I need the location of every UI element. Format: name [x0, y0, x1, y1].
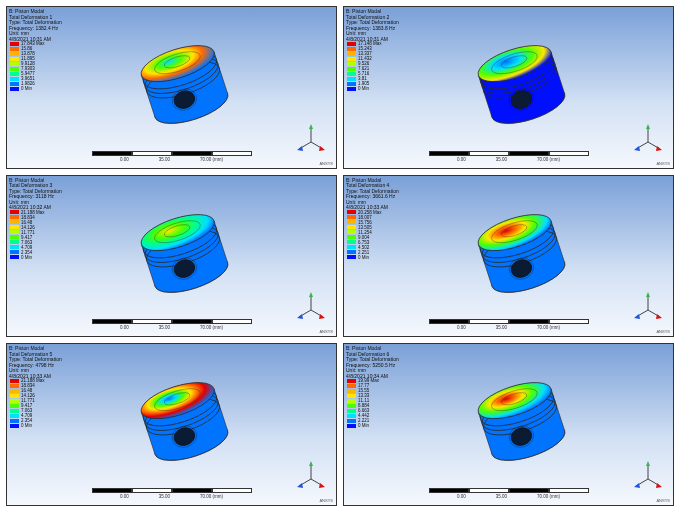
- panel-header-text: B: Piston Modal Total Deformation 1 Type…: [9, 9, 62, 42]
- legend-color-box: [10, 52, 19, 56]
- piston-model: [127, 369, 242, 474]
- simulation-panel: B: Piston Modal Total Deformation 6 Type…: [343, 343, 674, 506]
- legend-color-box: [10, 409, 19, 413]
- scale-segment: [172, 151, 212, 156]
- legend-color-box: [347, 389, 356, 393]
- scale-segment: [429, 151, 469, 156]
- scale-segment: [172, 488, 212, 493]
- scale-segment: [212, 319, 252, 324]
- scale-bar: 0.0035.0070.00 (mm): [92, 488, 252, 499]
- scale-bar: 0.0035.0070.00 (mm): [429, 151, 589, 162]
- scale-segment: [549, 319, 589, 324]
- simulation-panel: B: Piston Modal Total Deformation 1 Type…: [6, 6, 337, 169]
- svg-marker-79: [297, 483, 303, 488]
- scale-segment: [132, 151, 172, 156]
- legend-value: 0 Min: [358, 255, 369, 260]
- svg-marker-14: [319, 146, 325, 151]
- scale-label: 35.00: [496, 325, 507, 330]
- axis-triad-icon: [296, 461, 326, 491]
- svg-marker-62: [656, 314, 662, 319]
- ansys-logo: ANSYS: [656, 161, 670, 166]
- svg-marker-46: [319, 314, 325, 319]
- scale-label: 70.00 (mm): [537, 494, 560, 499]
- scale-segment: [549, 151, 589, 156]
- legend-color-box: [347, 245, 356, 249]
- legend-color-box: [347, 62, 356, 66]
- simulation-panel: B: Piston Modal Total Deformation 3 Type…: [6, 175, 337, 338]
- scale-label: 70.00 (mm): [537, 325, 560, 330]
- scale-bar: 0.0035.0070.00 (mm): [92, 319, 252, 330]
- legend-color-box: [10, 245, 19, 249]
- scale-segment: [212, 151, 252, 156]
- legend-color-box: [10, 77, 19, 81]
- svg-marker-13: [309, 124, 313, 129]
- svg-marker-95: [634, 483, 640, 488]
- legend-color-box: [347, 414, 356, 418]
- scale-segment: [509, 319, 549, 324]
- legend-color-box: [347, 230, 356, 234]
- svg-marker-31: [634, 146, 640, 151]
- legend-color-box: [347, 409, 356, 413]
- scale-label: 0.00: [457, 157, 466, 162]
- scale-bar: 0.0035.0070.00 (mm): [429, 319, 589, 330]
- scale-bar: 0.0035.0070.00 (mm): [429, 488, 589, 499]
- legend-swatch: 0 Min: [10, 423, 45, 428]
- legend-color-box: [347, 47, 356, 51]
- ansys-logo: ANSYS: [319, 498, 333, 503]
- ansys-logo: ANSYS: [656, 329, 670, 334]
- simulation-panel: B: Piston Modal Total Deformation 5 Type…: [6, 343, 337, 506]
- scale-segment: [429, 319, 469, 324]
- scale-segment: [92, 151, 132, 156]
- legend-color-box: [10, 379, 19, 383]
- legend-color-box: [10, 42, 19, 46]
- legend-color-box: [347, 255, 356, 259]
- scale-segment: [132, 319, 172, 324]
- legend-color-box: [347, 384, 356, 388]
- legend-color-box: [10, 255, 19, 259]
- legend-color-box: [10, 419, 19, 423]
- scale-segment: [92, 319, 132, 324]
- legend-color-box: [347, 225, 356, 229]
- simulation-panel: B: Piston Modal Total Deformation 2 Type…: [343, 6, 674, 169]
- legend-color-box: [347, 379, 356, 383]
- scale-segment: [469, 319, 509, 324]
- scale-label: 70.00 (mm): [537, 157, 560, 162]
- legend-color-box: [347, 82, 356, 86]
- legend-value: 0 Min: [358, 423, 369, 428]
- svg-marker-77: [309, 461, 313, 466]
- svg-marker-45: [309, 292, 313, 297]
- piston-model: [127, 32, 242, 137]
- legend-color-box: [347, 235, 356, 239]
- scale-label: 70.00 (mm): [200, 325, 223, 330]
- simulation-panel: B: Piston Modal Total Deformation 4 Type…: [343, 175, 674, 338]
- svg-marker-94: [656, 483, 662, 488]
- ansys-logo: ANSYS: [319, 161, 333, 166]
- axis-triad-icon: [296, 124, 326, 154]
- legend-color-box: [347, 72, 356, 76]
- legend-swatch: 0 Min: [10, 86, 45, 91]
- legend-swatch: 0 Min: [347, 423, 379, 428]
- panel-header-text: B: Piston Modal Total Deformation 4 Type…: [346, 178, 399, 211]
- piston-model: [464, 201, 579, 306]
- scale-label: 35.00: [496, 157, 507, 162]
- scale-segment: [92, 488, 132, 493]
- scale-segment: [509, 488, 549, 493]
- legend-swatch: 0 Min: [10, 255, 45, 260]
- scale-label: 0.00: [120, 325, 129, 330]
- scale-segment: [509, 151, 549, 156]
- color-legend: 21.188 Max18.83416.4814.12611.7719.4177.…: [10, 210, 45, 260]
- legend-color-box: [10, 72, 19, 76]
- scale-label: 70.00 (mm): [200, 157, 223, 162]
- scale-segment: [132, 488, 172, 493]
- legend-color-box: [10, 230, 19, 234]
- legend-color-box: [10, 240, 19, 244]
- scale-segment: [469, 151, 509, 156]
- legend-value: 0 Min: [21, 86, 32, 91]
- svg-marker-47: [297, 314, 303, 319]
- legend-color-box: [10, 414, 19, 418]
- legend-swatch: 0 Min: [347, 86, 382, 91]
- legend-value: 0 Min: [21, 423, 32, 428]
- legend-color-box: [10, 62, 19, 66]
- legend-color-box: [10, 250, 19, 254]
- axis-triad-icon: [296, 292, 326, 322]
